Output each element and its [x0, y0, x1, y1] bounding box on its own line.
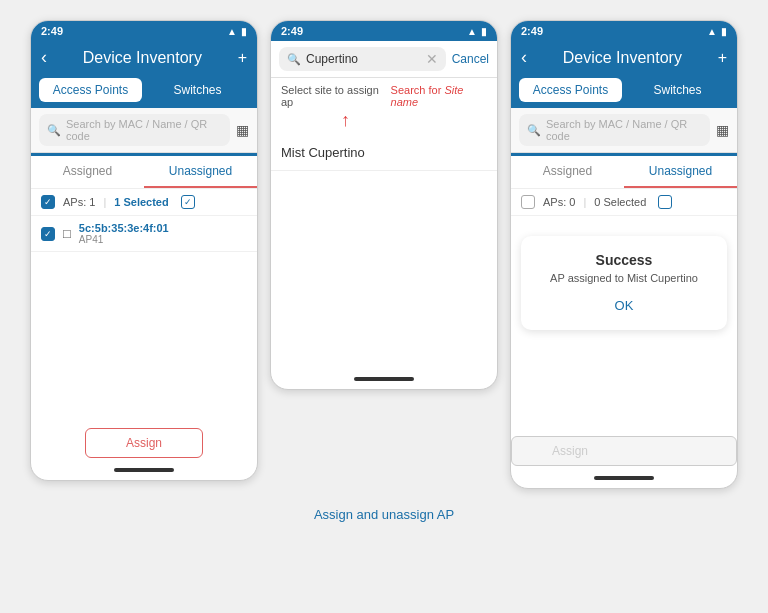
header-aps-count-1: APs: 1 — [63, 196, 95, 208]
search-bar-3: 🔍 Search by MAC / Name / QR code ▦ — [511, 108, 737, 153]
device-row-1: ✓ □ 5c:5b:35:3e:4f:01 AP41 — [31, 216, 257, 252]
search-icon-3: 🔍 — [527, 124, 541, 137]
search-bar-active-2: 🔍 Cupertino ✕ Cancel — [271, 41, 497, 78]
search-bar-1: 🔍 Search by MAC / Name / QR code ▦ — [31, 108, 257, 153]
page-title-1: Device Inventory — [83, 49, 202, 67]
tab-access-points-3[interactable]: Access Points — [519, 78, 622, 102]
success-message-3: AP assigned to Mist Cupertino — [537, 272, 711, 284]
nav-bar-1: ‹ Device Inventory + — [31, 41, 257, 74]
search-input-box-3[interactable]: 🔍 Search by MAC / Name / QR code — [519, 114, 710, 146]
search-icon-2: 🔍 — [287, 53, 301, 66]
arrow-row: ↑ — [271, 110, 497, 135]
filter-tabs-1: Assigned Unassigned — [31, 156, 257, 189]
phone-frame-3: 2:49 ▲ ▮ ‹ Device Inventory + Access Poi… — [510, 20, 738, 489]
clear-search-button-2[interactable]: ✕ — [426, 51, 438, 67]
status-bar-3: 2:49 ▲ ▮ — [511, 21, 737, 41]
wifi-icon-2: ▲ — [467, 26, 477, 37]
time-1: 2:49 — [41, 25, 63, 37]
success-title-3: Success — [537, 252, 711, 268]
status-icons-2: ▲ ▮ — [467, 26, 487, 37]
add-button-3[interactable]: + — [718, 49, 727, 67]
success-dialog-3: Success AP assigned to Mist Cupertino OK — [521, 236, 727, 330]
home-indicator-2 — [354, 377, 414, 381]
tab-bar-3: Access Points Switches — [511, 74, 737, 108]
header-aps-count-3: APs: 0 — [543, 196, 575, 208]
time-3: 2:49 — [521, 25, 543, 37]
add-button-1[interactable]: + — [238, 49, 247, 67]
status-bar-2: 2:49 ▲ ▮ — [271, 21, 497, 41]
assign-button-3: Assign — [511, 436, 737, 466]
device-mac-1: 5c:5b:35:3e:4f:01 — [79, 222, 169, 234]
ok-button-3[interactable]: OK — [615, 298, 634, 313]
wifi-icon-1: ▲ — [227, 26, 237, 37]
up-arrow-icon: ↑ — [341, 110, 487, 131]
device-label-1: AP41 — [79, 234, 169, 245]
filter-assigned-1[interactable]: Assigned — [31, 156, 144, 188]
select-all-checkbox-1[interactable]: ✓ — [41, 195, 55, 209]
qr-icon-1[interactable]: ▦ — [236, 122, 249, 138]
tab-switches-1[interactable]: Switches — [146, 78, 249, 102]
search-input-box-1[interactable]: 🔍 Search by MAC / Name / QR code — [39, 114, 230, 146]
site-result-2[interactable]: Mist Cupertino — [271, 135, 497, 171]
filter-tabs-3: Assigned Unassigned — [511, 156, 737, 189]
home-indicator-1 — [114, 468, 174, 472]
assign-site-row: Select site to assign ap Search for Site… — [271, 78, 497, 110]
search-placeholder-1: Search by MAC / Name / QR code — [66, 118, 222, 142]
filter-unassigned-3[interactable]: Unassigned — [624, 156, 737, 188]
search-placeholder-3: Search by MAC / Name / QR code — [546, 118, 702, 142]
search-input-active-2[interactable]: 🔍 Cupertino ✕ — [279, 47, 446, 71]
status-bar-1: 2:49 ▲ ▮ — [31, 21, 257, 41]
header-selected-count-3: 0 Selected — [594, 196, 646, 208]
select-all-checkbox-3[interactable] — [521, 195, 535, 209]
status-icons-1: ▲ ▮ — [227, 26, 247, 37]
status-icons-3: ▲ ▮ — [707, 26, 727, 37]
assign-button-1[interactable]: Assign — [85, 428, 203, 458]
device-info-1: 5c:5b:35:3e:4f:01 AP41 — [79, 222, 169, 245]
device-checkbox-1[interactable]: ✓ — [41, 227, 55, 241]
qr-icon-3[interactable]: ▦ — [716, 122, 729, 138]
battery-icon-2: ▮ — [481, 26, 487, 37]
page-title-3: Device Inventory — [563, 49, 682, 67]
select-checked-icon-1[interactable]: ✓ — [181, 195, 195, 209]
nav-bar-3: ‹ Device Inventory + — [511, 41, 737, 74]
phone-frame-2: 2:49 ▲ ▮ 🔍 Cupertino ✕ Cancel Select sit… — [270, 20, 498, 390]
select-checked-icon-3[interactable] — [658, 195, 672, 209]
search-icon-1: 🔍 — [47, 124, 61, 137]
search-value-2: Cupertino — [306, 52, 358, 66]
header-selected-count-1: 1 Selected — [114, 196, 168, 208]
back-button-1[interactable]: ‹ — [41, 47, 47, 68]
home-indicator-3 — [594, 476, 654, 480]
device-icon-1: □ — [63, 226, 71, 241]
tab-switches-3[interactable]: Switches — [626, 78, 729, 102]
search-hint-2: Search for Site name — [391, 84, 487, 108]
device-row-header-1: ✓ APs: 1 | 1 Selected ✓ — [31, 189, 257, 216]
device-row-header-3: APs: 0 | 0 Selected — [511, 189, 737, 216]
back-button-3[interactable]: ‹ — [521, 47, 527, 68]
battery-icon-3: ▮ — [721, 26, 727, 37]
tab-access-points-1[interactable]: Access Points — [39, 78, 142, 102]
filter-assigned-3[interactable]: Assigned — [511, 156, 624, 188]
time-2: 2:49 — [281, 25, 303, 37]
phone-frame-1: 2:49 ▲ ▮ ‹ Device Inventory + Access Poi… — [30, 20, 258, 481]
tab-bar-1: Access Points Switches — [31, 74, 257, 108]
assign-site-label-2: Select site to assign ap — [281, 84, 387, 108]
filter-unassigned-1[interactable]: Unassigned — [144, 156, 257, 188]
page-caption: Assign and unassign AP — [314, 507, 454, 522]
cancel-button-2[interactable]: Cancel — [452, 52, 489, 66]
battery-icon-1: ▮ — [241, 26, 247, 37]
wifi-icon-3: ▲ — [707, 26, 717, 37]
